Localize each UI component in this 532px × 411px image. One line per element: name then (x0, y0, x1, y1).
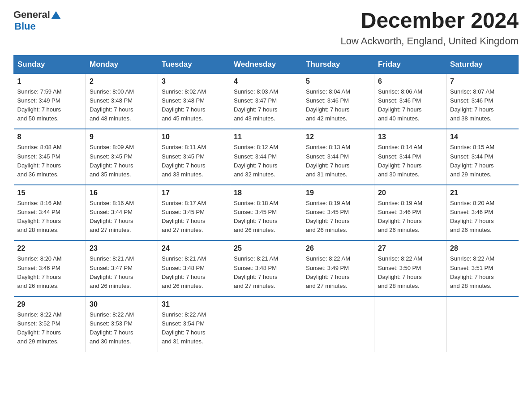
day-info: Sunrise: 8:14 AMSunset: 3:44 PMDaylight:… (378, 143, 442, 179)
day-info: Sunrise: 8:20 AMSunset: 3:46 PMDaylight:… (17, 254, 82, 291)
day-cell: 18Sunrise: 8:18 AMSunset: 3:45 PMDayligh… (230, 185, 302, 241)
header-wednesday: Wednesday (230, 55, 302, 73)
day-cell: 9Sunrise: 8:09 AMSunset: 3:45 PMDaylight… (86, 129, 158, 185)
logo-general-text: General (13, 9, 50, 21)
calendar-header: Sunday Monday Tuesday Wednesday Thursday… (14, 55, 519, 73)
day-cell: 7Sunrise: 8:07 AMSunset: 3:46 PMDaylight… (446, 73, 519, 129)
day-cell (446, 296, 519, 352)
day-cell: 8Sunrise: 8:08 AMSunset: 3:45 PMDaylight… (14, 129, 86, 185)
day-number: 8 (17, 133, 82, 141)
day-number: 12 (306, 133, 370, 141)
day-number: 15 (17, 189, 82, 197)
day-cell (302, 296, 374, 352)
week-row-4: 22Sunrise: 8:20 AMSunset: 3:46 PMDayligh… (14, 240, 519, 296)
day-cell: 2Sunrise: 8:00 AMSunset: 3:48 PMDaylight… (86, 73, 158, 129)
calendar-table: Sunday Monday Tuesday Wednesday Thursday… (13, 55, 519, 352)
day-number: 17 (162, 189, 226, 197)
day-cell: 13Sunrise: 8:14 AMSunset: 3:44 PMDayligh… (374, 129, 446, 185)
day-info: Sunrise: 8:21 AMSunset: 3:47 PMDaylight:… (90, 254, 154, 291)
day-info: Sunrise: 8:13 AMSunset: 3:44 PMDaylight:… (306, 143, 370, 179)
day-number: 24 (162, 244, 226, 253)
header-tuesday: Tuesday (158, 55, 230, 73)
day-cell: 3Sunrise: 8:02 AMSunset: 3:48 PMDaylight… (158, 73, 230, 129)
day-cell: 23Sunrise: 8:21 AMSunset: 3:47 PMDayligh… (86, 240, 158, 296)
day-cell: 1Sunrise: 7:59 AMSunset: 3:49 PMDaylight… (14, 73, 86, 129)
day-cell: 10Sunrise: 8:11 AMSunset: 3:45 PMDayligh… (158, 129, 230, 185)
day-number: 19 (306, 189, 370, 197)
day-number: 10 (162, 133, 226, 141)
day-info: Sunrise: 8:21 AMSunset: 3:48 PMDaylight:… (162, 254, 226, 291)
day-info: Sunrise: 8:22 AMSunset: 3:50 PMDaylight:… (378, 254, 442, 291)
day-info: Sunrise: 8:21 AMSunset: 3:48 PMDaylight:… (234, 254, 298, 291)
day-info: Sunrise: 8:08 AMSunset: 3:45 PMDaylight:… (17, 143, 82, 179)
title-section: December 2024 Low Ackworth, England, Uni… (341, 9, 519, 47)
logo: General Blue (13, 9, 61, 32)
day-number: 9 (90, 133, 154, 141)
day-info: Sunrise: 7:59 AMSunset: 3:49 PMDaylight:… (17, 87, 82, 124)
day-cell: 31Sunrise: 8:22 AMSunset: 3:54 PMDayligh… (158, 296, 230, 352)
day-info: Sunrise: 8:19 AMSunset: 3:46 PMDaylight:… (378, 199, 442, 235)
calendar-body: 1Sunrise: 7:59 AMSunset: 3:49 PMDaylight… (14, 73, 519, 351)
day-number: 13 (378, 133, 442, 141)
day-number: 18 (234, 189, 298, 197)
day-number: 3 (162, 77, 226, 86)
day-number: 5 (306, 77, 370, 86)
day-number: 21 (450, 189, 515, 197)
logo-triangle-icon (51, 10, 61, 20)
day-cell: 5Sunrise: 8:04 AMSunset: 3:46 PMDaylight… (302, 73, 374, 129)
day-number: 2 (90, 77, 154, 86)
page-header: General Blue December 2024 Low Ackworth,… (13, 9, 519, 47)
day-info: Sunrise: 8:07 AMSunset: 3:46 PMDaylight:… (450, 87, 515, 124)
day-info: Sunrise: 8:03 AMSunset: 3:47 PMDaylight:… (234, 87, 298, 124)
header-thursday: Thursday (302, 55, 374, 73)
day-cell: 4Sunrise: 8:03 AMSunset: 3:47 PMDaylight… (230, 73, 302, 129)
day-number: 16 (90, 189, 154, 197)
day-info: Sunrise: 8:22 AMSunset: 3:53 PMDaylight:… (90, 310, 154, 347)
day-cell: 6Sunrise: 8:06 AMSunset: 3:46 PMDaylight… (374, 73, 446, 129)
day-cell (374, 296, 446, 352)
day-number: 26 (306, 244, 370, 253)
day-cell: 19Sunrise: 8:19 AMSunset: 3:45 PMDayligh… (302, 185, 374, 241)
header-saturday: Saturday (446, 55, 519, 73)
day-number: 4 (234, 77, 298, 86)
day-cell: 11Sunrise: 8:12 AMSunset: 3:44 PMDayligh… (230, 129, 302, 185)
day-cell: 30Sunrise: 8:22 AMSunset: 3:53 PMDayligh… (86, 296, 158, 352)
day-number: 20 (378, 189, 442, 197)
day-info: Sunrise: 8:22 AMSunset: 3:52 PMDaylight:… (17, 310, 82, 347)
week-row-3: 15Sunrise: 8:16 AMSunset: 3:44 PMDayligh… (14, 185, 519, 241)
day-info: Sunrise: 8:02 AMSunset: 3:48 PMDaylight:… (162, 87, 226, 124)
day-info: Sunrise: 8:19 AMSunset: 3:45 PMDaylight:… (306, 199, 370, 235)
day-cell: 17Sunrise: 8:17 AMSunset: 3:45 PMDayligh… (158, 185, 230, 241)
day-info: Sunrise: 8:22 AMSunset: 3:51 PMDaylight:… (450, 254, 515, 291)
calendar-title: December 2024 (341, 9, 519, 33)
week-row-2: 8Sunrise: 8:08 AMSunset: 3:45 PMDaylight… (14, 129, 519, 185)
day-number: 6 (378, 77, 442, 86)
day-info: Sunrise: 8:16 AMSunset: 3:44 PMDaylight:… (90, 199, 154, 235)
header-monday: Monday (86, 55, 158, 73)
day-cell: 16Sunrise: 8:16 AMSunset: 3:44 PMDayligh… (86, 185, 158, 241)
day-cell: 24Sunrise: 8:21 AMSunset: 3:48 PMDayligh… (158, 240, 230, 296)
day-number: 22 (17, 244, 82, 253)
day-cell (230, 296, 302, 352)
day-info: Sunrise: 8:20 AMSunset: 3:46 PMDaylight:… (450, 199, 515, 235)
day-number: 31 (162, 300, 226, 308)
day-info: Sunrise: 8:06 AMSunset: 3:46 PMDaylight:… (378, 87, 442, 124)
day-number: 23 (90, 244, 154, 253)
day-info: Sunrise: 8:17 AMSunset: 3:45 PMDaylight:… (162, 199, 226, 235)
day-cell: 14Sunrise: 8:15 AMSunset: 3:44 PMDayligh… (446, 129, 519, 185)
day-info: Sunrise: 8:00 AMSunset: 3:48 PMDaylight:… (90, 87, 154, 124)
day-cell: 29Sunrise: 8:22 AMSunset: 3:52 PMDayligh… (14, 296, 86, 352)
day-cell: 15Sunrise: 8:16 AMSunset: 3:44 PMDayligh… (14, 185, 86, 241)
day-info: Sunrise: 8:09 AMSunset: 3:45 PMDaylight:… (90, 143, 154, 179)
day-info: Sunrise: 8:22 AMSunset: 3:49 PMDaylight:… (306, 254, 370, 291)
day-number: 1 (17, 77, 82, 86)
day-cell: 28Sunrise: 8:22 AMSunset: 3:51 PMDayligh… (446, 240, 519, 296)
day-number: 29 (17, 300, 82, 308)
day-number: 28 (450, 244, 515, 253)
day-info: Sunrise: 8:22 AMSunset: 3:54 PMDaylight:… (162, 310, 226, 347)
day-info: Sunrise: 8:15 AMSunset: 3:44 PMDaylight:… (450, 143, 515, 179)
header-friday: Friday (374, 55, 446, 73)
day-cell: 21Sunrise: 8:20 AMSunset: 3:46 PMDayligh… (446, 185, 519, 241)
day-number: 14 (450, 133, 515, 141)
calendar-subtitle: Low Ackworth, England, United Kingdom (341, 35, 519, 47)
